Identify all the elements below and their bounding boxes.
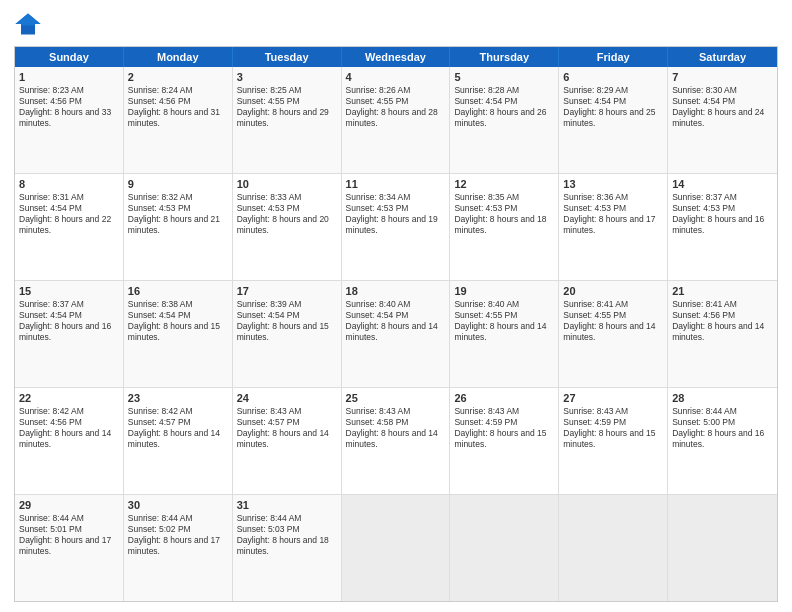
sunrise-label: Sunrise: 8:37 AM (19, 299, 84, 309)
sunrise-label: Sunrise: 8:42 AM (128, 406, 193, 416)
day-number: 9 (128, 177, 228, 191)
weekday-header-sunday: Sunday (15, 47, 124, 67)
table-row: 20Sunrise: 8:41 AMSunset: 4:55 PMDayligh… (559, 281, 668, 387)
sunset-label: Sunset: 4:56 PM (19, 417, 82, 427)
weekday-header-tuesday: Tuesday (233, 47, 342, 67)
day-number: 29 (19, 498, 119, 512)
day-number: 27 (563, 391, 663, 405)
daylight-label: Daylight: 8 hours and 19 minutes. (346, 214, 438, 235)
table-row: 16Sunrise: 8:38 AMSunset: 4:54 PMDayligh… (124, 281, 233, 387)
calendar: SundayMondayTuesdayWednesdayThursdayFrid… (14, 46, 778, 602)
sunrise-label: Sunrise: 8:31 AM (19, 192, 84, 202)
sunrise-label: Sunrise: 8:40 AM (454, 299, 519, 309)
table-row: 8Sunrise: 8:31 AMSunset: 4:54 PMDaylight… (15, 174, 124, 280)
daylight-label: Daylight: 8 hours and 16 minutes. (19, 321, 111, 342)
day-number: 8 (19, 177, 119, 191)
table-row (559, 495, 668, 601)
sunset-label: Sunset: 4:54 PM (19, 310, 82, 320)
table-row: 14Sunrise: 8:37 AMSunset: 4:53 PMDayligh… (668, 174, 777, 280)
table-row: 24Sunrise: 8:43 AMSunset: 4:57 PMDayligh… (233, 388, 342, 494)
sunset-label: Sunset: 4:53 PM (563, 203, 626, 213)
daylight-label: Daylight: 8 hours and 33 minutes. (19, 107, 111, 128)
calendar-row-1: 1Sunrise: 8:23 AMSunset: 4:56 PMDaylight… (15, 67, 777, 174)
weekday-header-saturday: Saturday (668, 47, 777, 67)
sunrise-label: Sunrise: 8:44 AM (19, 513, 84, 523)
table-row: 13Sunrise: 8:36 AMSunset: 4:53 PMDayligh… (559, 174, 668, 280)
table-row: 25Sunrise: 8:43 AMSunset: 4:58 PMDayligh… (342, 388, 451, 494)
sunrise-label: Sunrise: 8:36 AM (563, 192, 628, 202)
sunrise-label: Sunrise: 8:23 AM (19, 85, 84, 95)
day-number: 2 (128, 70, 228, 84)
sunrise-label: Sunrise: 8:33 AM (237, 192, 302, 202)
daylight-label: Daylight: 8 hours and 14 minutes. (672, 321, 764, 342)
sunset-label: Sunset: 4:54 PM (563, 96, 626, 106)
sunset-label: Sunset: 4:53 PM (454, 203, 517, 213)
daylight-label: Daylight: 8 hours and 14 minutes. (19, 428, 111, 449)
daylight-label: Daylight: 8 hours and 14 minutes. (346, 428, 438, 449)
day-number: 19 (454, 284, 554, 298)
calendar-row-3: 15Sunrise: 8:37 AMSunset: 4:54 PMDayligh… (15, 281, 777, 388)
sunset-label: Sunset: 4:55 PM (346, 96, 409, 106)
sunset-label: Sunset: 5:01 PM (19, 524, 82, 534)
sunset-label: Sunset: 4:54 PM (672, 96, 735, 106)
daylight-label: Daylight: 8 hours and 22 minutes. (19, 214, 111, 235)
table-row: 5Sunrise: 8:28 AMSunset: 4:54 PMDaylight… (450, 67, 559, 173)
daylight-label: Daylight: 8 hours and 25 minutes. (563, 107, 655, 128)
sunset-label: Sunset: 4:57 PM (128, 417, 191, 427)
daylight-label: Daylight: 8 hours and 29 minutes. (237, 107, 329, 128)
day-number: 24 (237, 391, 337, 405)
day-number: 18 (346, 284, 446, 298)
sunset-label: Sunset: 4:55 PM (237, 96, 300, 106)
table-row: 28Sunrise: 8:44 AMSunset: 5:00 PMDayligh… (668, 388, 777, 494)
sunrise-label: Sunrise: 8:30 AM (672, 85, 737, 95)
daylight-label: Daylight: 8 hours and 14 minutes. (454, 321, 546, 342)
sunrise-label: Sunrise: 8:28 AM (454, 85, 519, 95)
logo (14, 10, 46, 38)
day-number: 5 (454, 70, 554, 84)
sunset-label: Sunset: 4:55 PM (563, 310, 626, 320)
table-row (450, 495, 559, 601)
sunrise-label: Sunrise: 8:44 AM (672, 406, 737, 416)
sunset-label: Sunset: 4:57 PM (237, 417, 300, 427)
sunrise-label: Sunrise: 8:38 AM (128, 299, 193, 309)
daylight-label: Daylight: 8 hours and 15 minutes. (563, 428, 655, 449)
table-row: 15Sunrise: 8:37 AMSunset: 4:54 PMDayligh… (15, 281, 124, 387)
table-row: 21Sunrise: 8:41 AMSunset: 4:56 PMDayligh… (668, 281, 777, 387)
weekday-header-friday: Friday (559, 47, 668, 67)
daylight-label: Daylight: 8 hours and 16 minutes. (672, 214, 764, 235)
svg-marker-1 (15, 14, 40, 26)
table-row: 19Sunrise: 8:40 AMSunset: 4:55 PMDayligh… (450, 281, 559, 387)
daylight-label: Daylight: 8 hours and 14 minutes. (346, 321, 438, 342)
sunrise-label: Sunrise: 8:37 AM (672, 192, 737, 202)
day-number: 17 (237, 284, 337, 298)
day-number: 16 (128, 284, 228, 298)
sunset-label: Sunset: 4:53 PM (128, 203, 191, 213)
sunrise-label: Sunrise: 8:34 AM (346, 192, 411, 202)
table-row: 18Sunrise: 8:40 AMSunset: 4:54 PMDayligh… (342, 281, 451, 387)
table-row: 3Sunrise: 8:25 AMSunset: 4:55 PMDaylight… (233, 67, 342, 173)
sunrise-label: Sunrise: 8:43 AM (346, 406, 411, 416)
day-number: 1 (19, 70, 119, 84)
table-row: 27Sunrise: 8:43 AMSunset: 4:59 PMDayligh… (559, 388, 668, 494)
sunset-label: Sunset: 5:00 PM (672, 417, 735, 427)
sunrise-label: Sunrise: 8:44 AM (128, 513, 193, 523)
table-row: 2Sunrise: 8:24 AMSunset: 4:56 PMDaylight… (124, 67, 233, 173)
sunrise-label: Sunrise: 8:29 AM (563, 85, 628, 95)
sunset-label: Sunset: 4:54 PM (128, 310, 191, 320)
daylight-label: Daylight: 8 hours and 14 minutes. (237, 428, 329, 449)
daylight-label: Daylight: 8 hours and 21 minutes. (128, 214, 220, 235)
daylight-label: Daylight: 8 hours and 31 minutes. (128, 107, 220, 128)
sunrise-label: Sunrise: 8:35 AM (454, 192, 519, 202)
table-row: 10Sunrise: 8:33 AMSunset: 4:53 PMDayligh… (233, 174, 342, 280)
table-row: 4Sunrise: 8:26 AMSunset: 4:55 PMDaylight… (342, 67, 451, 173)
daylight-label: Daylight: 8 hours and 28 minutes. (346, 107, 438, 128)
day-number: 6 (563, 70, 663, 84)
daylight-label: Daylight: 8 hours and 14 minutes. (128, 428, 220, 449)
day-number: 23 (128, 391, 228, 405)
day-number: 13 (563, 177, 663, 191)
sunrise-label: Sunrise: 8:40 AM (346, 299, 411, 309)
daylight-label: Daylight: 8 hours and 15 minutes. (128, 321, 220, 342)
sunrise-label: Sunrise: 8:42 AM (19, 406, 84, 416)
sunrise-label: Sunrise: 8:43 AM (237, 406, 302, 416)
sunset-label: Sunset: 4:53 PM (672, 203, 735, 213)
